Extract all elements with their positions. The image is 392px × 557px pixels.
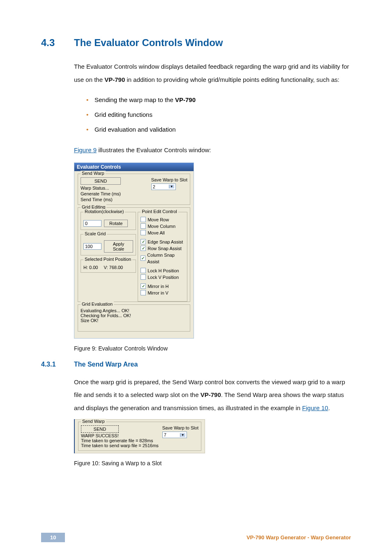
page-footer: 10 VP-790 Warp Generator - Warp Generato… [41,533,351,542]
save-warp-label: Save Warp to Slot [151,177,187,182]
selected-point-group: Selected Point Position H: 0.00 V: 768.0… [81,260,136,273]
fig9-lead: Figure 9 illustrates the Evaluator Contr… [74,144,351,157]
warp-status-label: Warp Status... [81,186,121,190]
edge-snap-label: Edge Snap Assist [148,239,183,245]
move-row-checkbox[interactable] [141,217,146,222]
generate-time-label: Generate Time (ms) [81,191,121,196]
grid-evaluation-group: Grid Evaluation Evaluating Angles... OK!… [78,304,190,332]
fig10-send-line: Time taken to send warp file = 2516ms [81,443,198,448]
mirror-h-checkbox[interactable]: ✓ [141,283,146,289]
rotate-button[interactable]: Rotate [104,220,128,227]
figure-10-link[interactable]: Figure 10 [302,404,328,411]
figure-9-link[interactable]: Figure 9 [74,146,97,153]
fig9-lead-text: illustrates the Evaluator Controls windo… [97,146,211,153]
subsection-title: The Send Warp Area [74,361,138,368]
h-label: H: [83,265,88,270]
row-snap-checkbox[interactable]: ✓ [141,246,146,251]
rotation-group: Rotation(clockwise) 0 Rotate [81,212,136,230]
slot-select[interactable]: 2 ▼ [151,183,176,190]
edge-snap-checkbox[interactable]: ✓ [141,239,146,244]
point-edit-group: Point Edit Control Move Row Move Column … [138,212,187,302]
figure-9-caption: Figure 9: Evaluator Controls Window [74,345,351,352]
sendwarp-paragraph: Once the warp grid is prepared, the Send… [74,376,351,415]
fig10-gen-line: Time taken to generate file = 828ms [81,438,198,443]
intro-bullets: Sending the warp map to the VP-790 Grid … [86,93,351,137]
lock-h-checkbox[interactable] [141,268,146,273]
scale-legend: Scale Grid [83,231,107,236]
subsection-number: 4.3.1 [41,361,74,368]
send-warp-legend: Send Warp [81,171,106,176]
move-col-label: Move Column [148,223,175,230]
move-all-label: Move All [148,230,165,236]
rotation-input[interactable]: 0 [83,220,101,227]
selected-point-legend: Selected Point Position [83,257,132,262]
bullet-1: Sending the warp map to the VP-790 [86,93,351,107]
lock-v-checkbox[interactable] [141,274,146,280]
grid-eval-line-3: Size OK! [81,318,187,323]
intro-text-b: in addition to providing whole grid/mult… [125,76,339,83]
send-button[interactable]: SEND [81,177,121,185]
grid-evaluation-legend: Grid Evaluation [81,302,114,306]
fig10-status: WARP SUCCESS! [81,433,119,438]
chevron-down-icon: ▼ [169,185,174,188]
fig10-slot-value: 7 [164,432,166,437]
fig10-send-warp-legend: Send Warp [81,419,106,424]
col-snap-label: Column Snap Assist [147,252,184,265]
h-value: 0.00 [89,265,98,270]
move-all-checkbox[interactable] [141,230,146,235]
figure-10-caption: Figure 10: Saving a Warp to a Slot [74,460,351,466]
mirror-h-label: Mirror in H [148,283,168,290]
bullet-1-text: Sending the warp map to the [95,96,175,103]
sw-bold: VP-790 [201,391,221,398]
fig10-slot-select[interactable]: 7 ▼ [162,432,187,438]
scale-input[interactable]: 100 [83,243,101,250]
v-value: 768.00 [109,265,123,270]
grid-eval-line-1: Evaluating Angles... OK! [81,308,187,313]
col-snap-checkbox[interactable]: ✓ [141,255,145,261]
figure-10-wrapper: Send Warp SEND WARP SUCCESS! Save Warp t… [74,419,351,453]
slot-value: 2 [153,184,155,189]
move-row-label: Move Row [148,216,169,223]
v-label: V: [104,265,108,270]
bullet-2: Grid editing functions [86,107,351,122]
page-number: 10 [41,533,65,542]
subsection-heading: 4.3.1 The Send Warp Area [41,361,351,368]
sw-text-c: . [328,404,330,411]
evaluator-controls-window: Evaluator Controls Send Warp SEND Warp S… [74,162,194,339]
fig10-send-button[interactable]: SEND [81,425,119,433]
section-title: The Evaluator Controls Window [74,37,223,49]
move-col-checkbox[interactable] [141,223,146,229]
fig10-send-warp-group: Send Warp SEND WARP SUCCESS! Save Warp t… [78,422,201,451]
window-titlebar: Evaluator Controls [74,163,194,171]
point-edit-legend: Point Edit Control [141,209,178,214]
chevron-down-icon: ▼ [180,433,185,437]
mirror-v-checkbox[interactable] [141,290,146,295]
footer-title: VP-790 Warp Generator - Warp Generator [247,534,351,541]
send-warp-group: Send Warp SEND Warp Status... Generate T… [78,174,190,205]
mirror-v-label: Mirror in V [148,290,168,296]
bullet-3: Grid evaluation and validation [86,122,351,137]
grid-editing-group: Grid Editing Rotation(clockwise) 0 Rotat… [78,207,190,302]
rotation-legend: Rotation(clockwise) [83,209,125,214]
send-time-label: Send Time (ms) [81,197,121,202]
grid-eval-line-2: Checking for Folds... OK! [81,313,187,318]
apply-scale-button[interactable]: Apply Scale [104,240,134,253]
fig10-save-label: Save Warp to Slot [162,425,198,430]
scale-group: Scale Grid 100 Apply Scale [81,234,136,255]
intro-paragraph: The Evaluator Controls window displays d… [74,60,351,86]
bullet-1-bold: VP-790 [175,96,196,103]
section-heading: 4.3 The Evaluator Controls Window [41,37,351,49]
lock-h-label: Lock H Position [148,267,179,274]
intro-bold: VP-790 [104,76,125,83]
section-number: 4.3 [41,37,74,49]
lock-v-label: Lock V Position [148,274,179,281]
row-snap-label: Row Snap Assist [148,245,182,252]
